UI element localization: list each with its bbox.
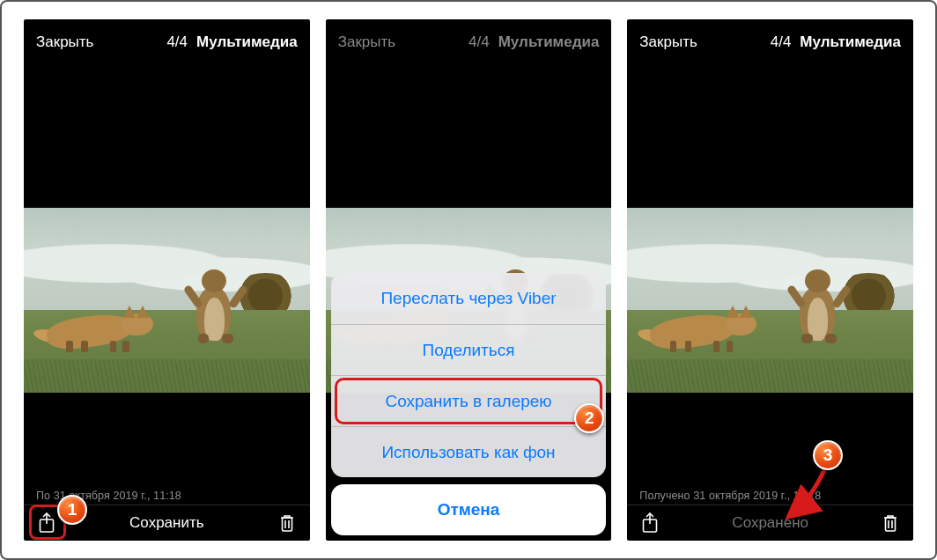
sheet-forward-viber[interactable]: Переслать через Viber — [331, 273, 607, 324]
screen-2-action-sheet: Закрыть 4/4 Мультимедиа Переслать через … — [326, 19, 612, 541]
svg-rect-3 — [886, 518, 896, 531]
close-button[interactable]: Закрыть — [639, 33, 697, 51]
photo-area[interactable] — [24, 60, 310, 541]
sheet-use-background[interactable]: Использовать как фон — [331, 426, 607, 477]
page-counter: 4/4 — [771, 33, 792, 51]
annotation-badge-1: 1 — [57, 495, 87, 525]
trash-icon[interactable] — [277, 512, 298, 534]
sheet-save-gallery-label: Сохранить в галерею — [385, 392, 551, 411]
topbar: Закрыть 4/4 Мультимедиа — [627, 19, 913, 60]
received-timestamp: Получено 31 октября 2019 г., 11:18 — [639, 490, 821, 502]
screen-3-saved: Закрыть 4/4 Мультимедиа Получено 31 октя… — [627, 19, 913, 541]
screen-1-media-viewer: Закрыть 4/4 Мультимедиа По 31 октября 20… — [24, 19, 310, 541]
sheet-save-gallery[interactable]: Сохранить в галерею — [331, 375, 607, 426]
share-icon[interactable] — [639, 512, 660, 534]
multimedia-button[interactable]: Мультимедиа — [196, 33, 298, 51]
page-counter: 4/4 — [166, 33, 188, 51]
received-timestamp: По 31 октября 2019 г., 11:18 — [36, 490, 181, 502]
close-button[interactable]: Закрыть — [36, 33, 93, 51]
action-sheet-group: Переслать через Viber Поделиться Сохрани… — [331, 273, 607, 477]
sheet-cancel[interactable]: Отмена — [331, 484, 607, 535]
sheet-share[interactable]: Поделиться — [331, 324, 607, 375]
action-sheet: Переслать через Viber Поделиться Сохрани… — [326, 19, 612, 541]
topbar: Закрыть 4/4 Мультимедиа — [24, 19, 310, 60]
multimedia-button[interactable]: Мультимедиа — [800, 33, 901, 51]
photo-area[interactable] — [627, 60, 913, 541]
bottom-toolbar: Сохранено — [627, 505, 913, 541]
annotation-badge-3: 3 — [813, 440, 843, 470]
save-button[interactable]: Сохранить — [57, 514, 277, 532]
photo — [24, 208, 310, 393]
saved-label: Сохранено — [660, 514, 880, 532]
svg-rect-1 — [282, 518, 291, 531]
photo — [627, 208, 913, 393]
trash-icon[interactable] — [880, 512, 901, 534]
